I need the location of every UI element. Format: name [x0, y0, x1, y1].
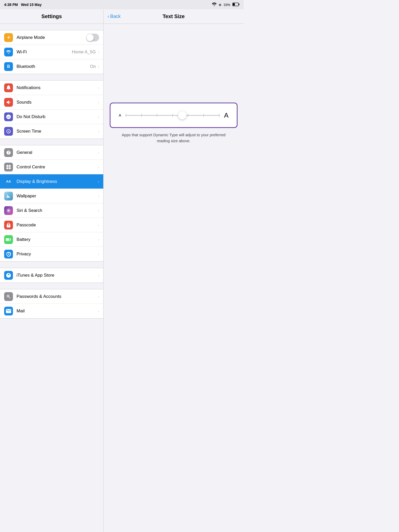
svg-rect-6 — [9, 167, 11, 169]
mail-icon — [4, 307, 13, 315]
section-gap-4 — [0, 262, 103, 268]
main-layout: Settings ✈ Airplane Mode Wi-Fi Home A_5G… — [0, 9, 244, 532]
sidebar-item-notifications[interactable]: Notifications › — [0, 81, 103, 95]
mail-chevron: › — [98, 309, 99, 313]
wallpaper-label: Wallpaper — [17, 193, 98, 199]
sidebar-item-battery[interactable]: Battery › — [0, 232, 103, 247]
privacy-icon — [4, 250, 13, 258]
sidebar-item-do-not-disturb[interactable]: Do Not Disturb › — [0, 110, 103, 124]
itunes-chevron: › — [98, 273, 99, 277]
screen-time-icon — [4, 127, 13, 136]
display-brightness-chevron: › — [98, 179, 99, 184]
wallpaper-icon — [4, 192, 13, 200]
svg-rect-1 — [239, 4, 240, 5]
sidebar-item-itunes-appstore[interactable]: iTunes & App Store › — [0, 268, 103, 283]
slider-track-container[interactable] — [125, 111, 220, 120]
tick-1 — [126, 114, 126, 117]
sidebar-item-mail[interactable]: Mail › — [0, 304, 103, 318]
notifications-label: Notifications — [17, 85, 98, 90]
siri-search-label: Siri & Search — [17, 208, 98, 213]
sidebar-item-passwords-accounts[interactable]: Passwords & Accounts › — [0, 289, 103, 304]
sidebar: Settings ✈ Airplane Mode Wi-Fi Home A_5G… — [0, 9, 104, 532]
sidebar-item-control-centre[interactable]: Control Centre › — [0, 160, 103, 174]
battery-chevron: › — [98, 238, 99, 242]
notifications-group: Notifications › Sounds › Do Not Disturb … — [0, 80, 103, 139]
sidebar-item-wifi[interactable]: Wi-Fi Home A_5G › — [0, 45, 103, 59]
passwords-chevron: › — [98, 294, 99, 299]
do-not-disturb-label: Do Not Disturb — [17, 114, 98, 119]
wifi-icon — [4, 48, 13, 56]
airplane-mode-label: Airplane Mode — [17, 35, 86, 40]
svg-point-15 — [8, 296, 9, 296]
slider-track — [125, 115, 220, 116]
itunes-label: iTunes & App Store — [17, 273, 98, 278]
sidebar-item-passcode[interactable]: Passcode › — [0, 218, 103, 232]
back-button[interactable]: ‹ Back — [108, 14, 121, 19]
sidebar-item-wallpaper[interactable]: Wallpaper › — [0, 189, 103, 203]
mail-label: Mail — [17, 308, 98, 314]
passcode-chevron: › — [98, 223, 99, 227]
svg-rect-12 — [6, 239, 9, 240]
display-brightness-label: Display & Brightness — [17, 179, 98, 184]
text-size-slider-card: A A — [110, 103, 238, 128]
siri-icon — [4, 206, 13, 215]
bluetooth-value: On — [90, 64, 96, 69]
sidebar-item-airplane-mode[interactable]: ✈ Airplane Mode — [0, 30, 103, 45]
general-group: General › Control Centre › AA Display & … — [0, 145, 103, 262]
connectivity-group: ✈ Airplane Mode Wi-Fi Home A_5G › B Blue… — [0, 30, 103, 74]
back-label: Back — [110, 14, 121, 19]
airplane-mode-icon: ✈ — [4, 33, 13, 42]
sidebar-item-bluetooth[interactable]: B Bluetooth On › — [0, 59, 103, 74]
screen-time-chevron: › — [98, 129, 99, 133]
svg-point-13 — [8, 254, 9, 255]
slider-thumb[interactable] — [178, 111, 186, 119]
bluetooth-icon: B — [4, 62, 13, 71]
svg-rect-3 — [6, 165, 8, 167]
bluetooth-chevron: › — [98, 64, 99, 69]
tick-4 — [172, 114, 173, 117]
battery-label: Battery — [17, 237, 98, 242]
general-chevron: › — [98, 150, 99, 155]
airplane-mode-toggle[interactable] — [86, 34, 99, 41]
tick-3 — [157, 114, 157, 117]
sidebar-item-general[interactable]: General › — [0, 145, 103, 160]
tick-6 — [203, 114, 204, 117]
itunes-group: iTunes & App Store › — [0, 268, 103, 283]
wifi-chevron: › — [98, 50, 99, 54]
notifications-chevron: › — [98, 86, 99, 90]
battery-icon — [4, 235, 13, 244]
passcode-label: Passcode — [17, 222, 98, 228]
screen-time-label: Screen Time — [17, 129, 98, 134]
svg-rect-2 — [233, 3, 235, 5]
do-not-disturb-chevron: › — [98, 115, 99, 119]
slider-description: Apps that support Dynamic Type will adju… — [110, 132, 238, 144]
section-gap-1 — [0, 24, 103, 30]
display-brightness-icon: AA — [4, 177, 13, 186]
battery-icon — [232, 3, 240, 7]
siri-search-chevron: › — [98, 209, 99, 213]
sidebar-header: Settings — [0, 9, 103, 24]
svg-point-9 — [8, 210, 9, 211]
general-label: General — [17, 150, 98, 155]
notifications-icon — [4, 83, 13, 92]
tick-7 — [219, 114, 219, 117]
wallpaper-chevron: › — [98, 194, 99, 198]
wifi-status-icon — [212, 3, 217, 7]
sidebar-item-display-brightness[interactable]: AA Display & Brightness › — [0, 174, 103, 189]
sounds-chevron: › — [98, 100, 99, 104]
sidebar-item-sounds[interactable]: Sounds › — [0, 95, 103, 110]
sidebar-item-privacy[interactable]: Privacy › — [0, 247, 103, 261]
right-panel-title: Text Size — [162, 13, 184, 19]
itunes-icon — [4, 271, 13, 280]
status-date: Wed 15 May — [21, 3, 42, 7]
control-centre-chevron: › — [98, 165, 99, 169]
control-centre-label: Control Centre — [17, 164, 98, 170]
status-time: 4:38 PM — [4, 3, 18, 7]
svg-rect-11 — [11, 239, 11, 240]
bluetooth-label: Bluetooth — [17, 64, 90, 69]
sidebar-item-siri-search[interactable]: Siri & Search › — [0, 203, 103, 218]
toggle-knob — [86, 34, 94, 41]
passcode-icon — [4, 221, 13, 229]
sidebar-item-screen-time[interactable]: Screen Time › — [0, 124, 103, 139]
general-icon — [4, 148, 13, 157]
